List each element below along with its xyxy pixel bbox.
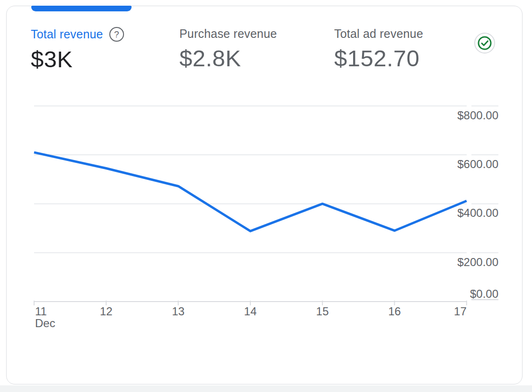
metric-total-revenue[interactable]: Total revenue ? $3K <box>31 27 124 72</box>
metric-label: Total ad revenue <box>334 27 423 41</box>
data-quality-check-icon[interactable] <box>474 33 495 53</box>
check-circle-icon <box>477 36 492 51</box>
metric-label: Purchase revenue <box>179 27 277 41</box>
revenue-summary-card: Total revenue ? $3K Purchase revenue $2.… <box>6 6 523 384</box>
metric-value: $2.8K <box>179 45 277 71</box>
metric-total-ad-revenue[interactable]: Total ad revenue $152.70 <box>334 27 423 71</box>
metric-label: Total revenue <box>31 27 103 41</box>
metric-value: $152.70 <box>334 45 423 71</box>
help-icon[interactable]: ? <box>109 27 124 42</box>
metric-value: $3K <box>31 46 124 72</box>
active-tab-indicator[interactable] <box>31 6 132 11</box>
metric-purchase-revenue[interactable]: Purchase revenue $2.8K <box>179 27 277 71</box>
page-background-strip <box>0 385 532 392</box>
